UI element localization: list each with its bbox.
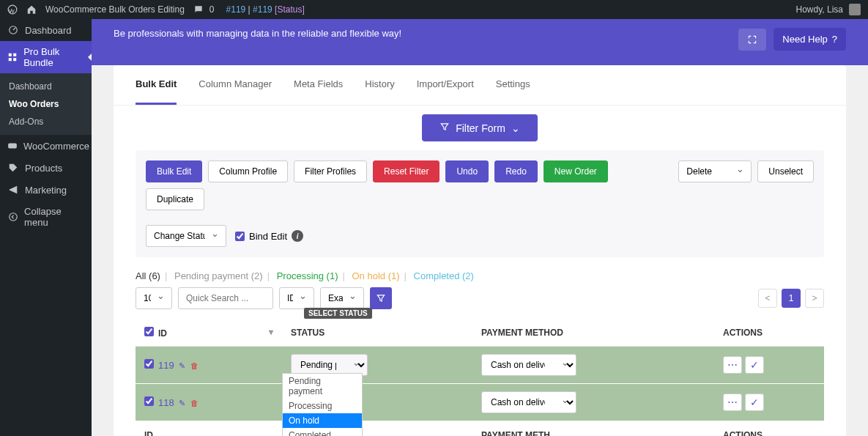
confirm-action-button[interactable]: ✓ <box>745 356 764 374</box>
sidebar-item-pro-bundle[interactable]: Pro Bulk Bundle <box>0 41 92 73</box>
edit-icon[interactable]: ✎ <box>179 399 185 407</box>
bind-edit-checkbox[interactable] <box>235 232 245 241</box>
dashboard-icon <box>7 24 19 36</box>
new-order-button[interactable]: New Order <box>544 160 608 182</box>
delete-icon[interactable]: 🗑 <box>190 361 199 370</box>
edit-icon[interactable]: ✎ <box>179 361 185 370</box>
woocommerce-icon <box>7 140 18 152</box>
sidebar-item-marketing[interactable]: Marketing <box>0 179 92 201</box>
collapse-icon <box>7 211 18 223</box>
products-icon <box>7 162 19 174</box>
unselect-button[interactable]: Unselect <box>757 160 814 182</box>
admin-bar-ref[interactable]: #119 | #119 [Status] <box>226 4 305 15</box>
sidebar-sub-addons[interactable]: Add-Ons <box>0 113 92 130</box>
sidebar-label: Dashboard <box>25 25 72 36</box>
tab-bulk-edit[interactable]: Bulk Edit <box>136 65 177 105</box>
table-row: 118 ✎ 🗑Cash on delivery⋯✓ <box>136 384 824 421</box>
avatar[interactable] <box>849 4 861 15</box>
status-filter-row: All (6)| Pending payment (2)| Processing… <box>114 257 846 287</box>
filter-completed[interactable]: Completed (2) <box>414 270 474 281</box>
info-icon[interactable]: i <box>292 230 303 242</box>
filter-profiles-button[interactable]: Filter Profiles <box>294 160 367 182</box>
change-status-select[interactable]: Change Status <box>146 225 226 247</box>
status-dropdown[interactable]: Pending paymentProcessingOn holdComplete… <box>282 373 363 436</box>
id-mode-select[interactable]: ID <box>279 287 314 309</box>
sidebar-label: Pro Bulk Bundle <box>23 46 84 68</box>
duplicate-button[interactable]: Duplicate <box>146 188 204 210</box>
fullscreen-button[interactable] <box>738 29 766 51</box>
quick-search-input[interactable] <box>178 287 273 309</box>
bulk-edit-button[interactable]: Bulk Edit <box>146 160 202 182</box>
bulk-action-select[interactable]: Delete <box>678 160 752 182</box>
foot-actions: ACTIONS <box>714 421 824 437</box>
bind-edit-checkbox-wrap[interactable]: Bind Edit i <box>235 230 303 242</box>
search-row: 10 ID Exact < 1 > <box>114 287 846 319</box>
sidebar-collapse[interactable]: Collapse menu <box>0 201 92 233</box>
row-checkbox[interactable] <box>144 359 154 369</box>
select-all-checkbox[interactable] <box>144 327 154 336</box>
pager-prev[interactable]: < <box>758 289 777 308</box>
status-option[interactable]: Completed <box>283 428 362 436</box>
toolbar: Bulk Edit Column Profile Filter Profiles… <box>136 150 824 257</box>
home-icon[interactable] <box>26 4 37 15</box>
confirm-action-button[interactable]: ✓ <box>745 393 764 411</box>
status-option[interactable]: On hold <box>283 413 362 428</box>
filter-icon <box>439 122 450 134</box>
status-tooltip: Select Status <box>304 308 372 319</box>
filter-form-button[interactable]: Filter Form ⌄ <box>422 114 538 141</box>
tab-column-manager[interactable]: Column Manager <box>199 65 272 105</box>
payment-select[interactable]: Cash on delivery <box>481 391 576 413</box>
redo-button[interactable]: Redo <box>494 160 538 182</box>
tab-import-export[interactable]: Import/Export <box>417 65 474 105</box>
svg-rect-6 <box>8 144 17 149</box>
more-actions-button[interactable]: ⋯ <box>723 356 742 374</box>
sidebar-submenu: Dashboard Woo Orders Add-Ons <box>0 73 92 135</box>
filter-on-hold[interactable]: On hold (1) <box>352 270 400 281</box>
sidebar-sub-woo-orders[interactable]: Woo Orders <box>0 95 92 113</box>
match-select[interactable]: Exact <box>320 287 364 309</box>
sidebar-sub-dashboard[interactable]: Dashboard <box>0 78 92 95</box>
sort-icon[interactable]: ▾ <box>269 327 273 337</box>
status-option[interactable]: Processing <box>283 399 362 413</box>
tab-meta-fields[interactable]: Meta Fields <box>294 65 343 105</box>
hero-banner: Be professionals with managing data in t… <box>92 19 868 65</box>
bundle-icon <box>7 51 18 63</box>
per-page-select[interactable]: 10 <box>136 287 172 309</box>
tab-settings[interactable]: Settings <box>496 65 530 105</box>
more-actions-button[interactable]: ⋯ <box>723 393 742 411</box>
payment-select[interactable]: Cash on delivery <box>481 354 576 376</box>
reset-filter-button[interactable]: Reset Filter <box>373 160 439 182</box>
sidebar-item-dashboard[interactable]: Dashboard <box>0 19 92 41</box>
row-checkbox[interactable] <box>144 396 154 406</box>
need-help-button[interactable]: Need Help ? <box>774 28 846 51</box>
tabs-nav: Bulk Edit Column Manager Meta Fields His… <box>114 65 846 106</box>
undo-button[interactable]: Undo <box>445 160 489 182</box>
foot-id: ID <box>136 421 282 437</box>
hero-subtitle: Be professionals with managing data in t… <box>114 28 401 39</box>
filter-all[interactable]: All (6) <box>136 270 160 281</box>
howdy-user[interactable]: Howdy, Lisa <box>796 4 843 15</box>
filter-processing[interactable]: Processing (1) <box>277 270 338 281</box>
svg-rect-2 <box>9 53 12 56</box>
svg-point-7 <box>9 213 17 221</box>
main-card: Bulk Edit Column Manager Meta Fields His… <box>114 65 846 436</box>
orders-table: ID ▾ STATUSSelect Status PAYMENT METHOD … <box>136 319 824 436</box>
row-id: 119 <box>158 360 174 371</box>
status-option[interactable]: Pending payment <box>283 374 362 399</box>
main-content: Be professionals with managing data in t… <box>92 19 868 436</box>
delete-icon[interactable]: 🗑 <box>190 399 199 407</box>
marketing-icon <box>7 184 19 196</box>
filter-pending[interactable]: Pending payment (2) <box>174 270 263 281</box>
comments-icon[interactable]: 0 <box>193 4 218 15</box>
sidebar-label: Marketing <box>25 185 67 196</box>
search-filter-button[interactable] <box>370 287 392 309</box>
site-title[interactable]: WooCommerce Bulk Orders Editing <box>45 4 185 15</box>
table-row: 119 ✎ 🗑Pending paymentPending paymentPro… <box>136 347 824 384</box>
pager-page[interactable]: 1 <box>782 289 801 308</box>
tab-history[interactable]: History <box>365 65 394 105</box>
wp-logo-icon[interactable] <box>7 4 18 15</box>
sidebar-item-woocommerce[interactable]: WooCommerce <box>0 135 92 157</box>
pager-next[interactable]: > <box>805 289 824 308</box>
column-profile-button[interactable]: Column Profile <box>208 160 288 182</box>
sidebar-item-products[interactable]: Products <box>0 157 92 179</box>
